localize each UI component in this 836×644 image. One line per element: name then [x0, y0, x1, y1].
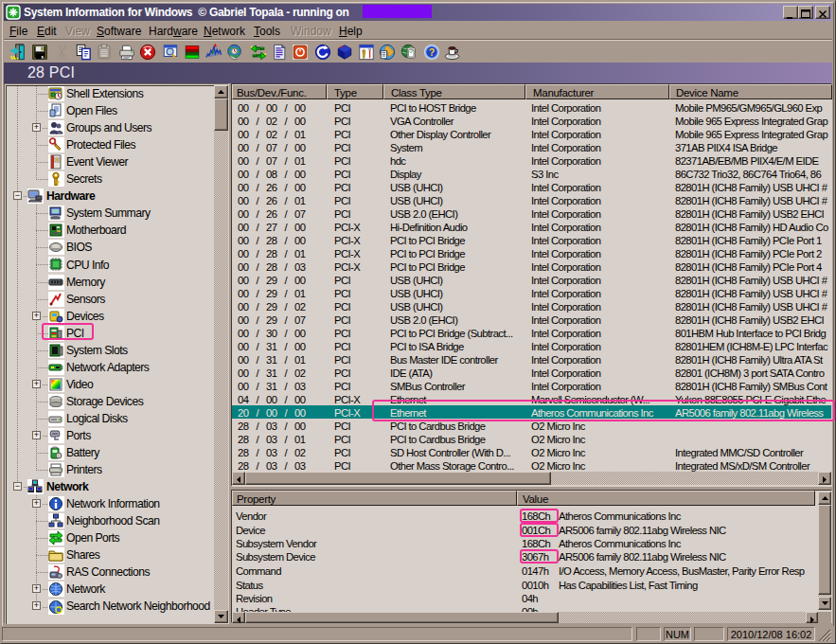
svg-text:?: ? [429, 46, 436, 58]
